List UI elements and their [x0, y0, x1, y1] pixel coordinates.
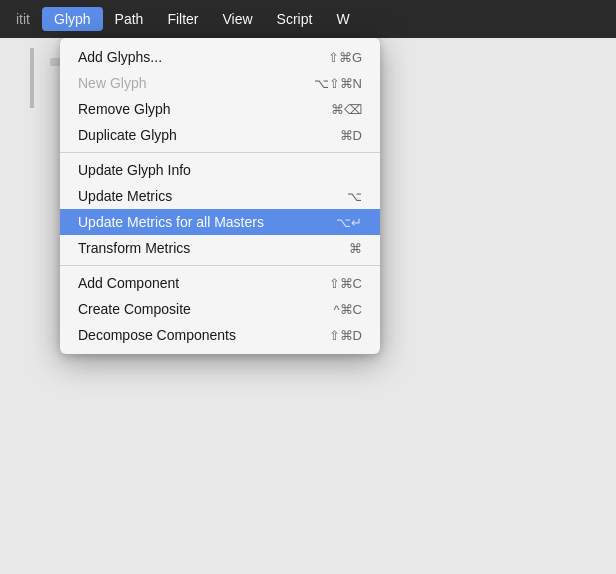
menu-item-add-glyphs-shortcut: ⇧⌘G [328, 50, 362, 65]
menu-item-transform-metrics[interactable]: Transform Metrics ⌘ [60, 235, 380, 261]
menu-item-update-metrics-shortcut: ⌥ [347, 189, 362, 204]
menubar-item-view[interactable]: View [211, 7, 265, 31]
menu-item-add-glyphs[interactable]: Add Glyphs... ⇧⌘G [60, 44, 380, 70]
menu-item-update-metrics[interactable]: Update Metrics ⌥ [60, 183, 380, 209]
menu-item-update-metrics-label: Update Metrics [78, 188, 172, 204]
divider-2 [60, 265, 380, 266]
glyph-menu-dropdown: Add Glyphs... ⇧⌘G New Glyph ⌥⇧⌘N Remove … [60, 38, 380, 354]
menu-item-create-composite[interactable]: Create Composite ^⌘C [60, 296, 380, 322]
sidebar-decoration [30, 48, 34, 108]
menubar-item-filter[interactable]: Filter [155, 7, 210, 31]
menu-item-update-glyph-info-label: Update Glyph Info [78, 162, 191, 178]
menu-item-duplicate-glyph[interactable]: Duplicate Glyph ⌘D [60, 122, 380, 148]
menubar-item-glyph[interactable]: Glyph [42, 7, 103, 31]
menu-item-update-metrics-all-shortcut: ⌥↵ [336, 215, 362, 230]
menubar-item-path[interactable]: Path [103, 7, 156, 31]
menu-item-add-component-shortcut: ⇧⌘C [329, 276, 362, 291]
menu-item-new-glyph-shortcut: ⌥⇧⌘N [314, 76, 362, 91]
menubar-item-w[interactable]: W [324, 7, 361, 31]
menu-item-new-glyph[interactable]: New Glyph ⌥⇧⌘N [60, 70, 380, 96]
menubar: itit Glyph Path Filter View Script W [0, 0, 616, 38]
menu-item-remove-glyph-shortcut: ⌘⌫ [331, 102, 362, 117]
menu-item-create-composite-label: Create Composite [78, 301, 191, 317]
menu-item-update-metrics-all-label: Update Metrics for all Masters [78, 214, 264, 230]
menu-item-new-glyph-label: New Glyph [78, 75, 146, 91]
menu-item-add-component-label: Add Component [78, 275, 179, 291]
menu-item-decompose-components-shortcut: ⇧⌘D [329, 328, 362, 343]
divider-1 [60, 152, 380, 153]
menubar-item-edit[interactable]: itit [4, 7, 42, 31]
menu-item-add-glyphs-label: Add Glyphs... [78, 49, 162, 65]
menu-item-decompose-components-label: Decompose Components [78, 327, 236, 343]
menu-item-add-component[interactable]: Add Component ⇧⌘C [60, 270, 380, 296]
menu-item-decompose-components[interactable]: Decompose Components ⇧⌘D [60, 322, 380, 348]
menubar-item-script[interactable]: Script [265, 7, 325, 31]
menu-item-transform-metrics-label: Transform Metrics [78, 240, 190, 256]
menu-item-duplicate-glyph-label: Duplicate Glyph [78, 127, 177, 143]
menu-item-create-composite-shortcut: ^⌘C [334, 302, 363, 317]
menu-item-transform-metrics-shortcut: ⌘ [349, 241, 362, 256]
menu-item-update-metrics-all[interactable]: Update Metrics for all Masters ⌥↵ [60, 209, 380, 235]
menu-item-update-glyph-info[interactable]: Update Glyph Info [60, 157, 380, 183]
menu-item-remove-glyph[interactable]: Remove Glyph ⌘⌫ [60, 96, 380, 122]
menu-item-remove-glyph-label: Remove Glyph [78, 101, 171, 117]
menu-item-duplicate-glyph-shortcut: ⌘D [340, 128, 362, 143]
